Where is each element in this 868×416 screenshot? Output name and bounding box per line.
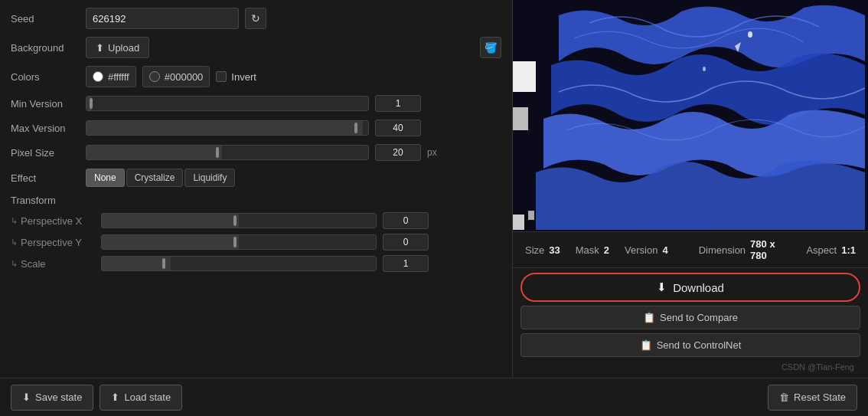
perspective-y-value: 0 bbox=[383, 234, 429, 251]
aspect-info: Aspect 1:1 bbox=[806, 244, 856, 256]
seed-row: Seed ↻ bbox=[11, 8, 501, 29]
svg-rect-5 bbox=[513, 215, 524, 230]
pixel-size-unit: px bbox=[427, 147, 437, 158]
action-bar: ⬇ Download 📋 Send to Compare 📋 Send to C… bbox=[513, 267, 868, 378]
send-controlnet-button[interactable]: 📋 Send to ControlNet bbox=[520, 333, 860, 357]
send-compare-icon: 📋 bbox=[643, 312, 655, 323]
left-panel: Seed ↻ Background ⬆ Upload 🪣 Colors #fff… bbox=[0, 0, 513, 378]
qr-preview-svg bbox=[513, 0, 868, 230]
send-controlnet-label: Send to ControlNet bbox=[657, 339, 742, 351]
invert-checkbox[interactable] bbox=[216, 71, 227, 82]
colors-row: Colors #ffffff #000000 Invert bbox=[11, 66, 501, 87]
watermark: CSDN @Tian-Feng bbox=[520, 361, 860, 373]
perspective-y-slider[interactable] bbox=[101, 234, 377, 250]
scale-sublabel: ↳ Scale bbox=[11, 258, 95, 270]
effect-liquidify-button[interactable]: Liquidify bbox=[184, 169, 235, 187]
version-label: Version bbox=[625, 244, 658, 256]
paint-button[interactable]: 🪣 bbox=[480, 37, 501, 58]
transform-section: Transform ↳ Perspective X 0 ↳ Perspectiv… bbox=[11, 195, 501, 272]
reset-state-button[interactable]: 🗑 Reset State bbox=[768, 385, 857, 411]
background-row: Background ⬆ Upload 🪣 bbox=[11, 37, 501, 58]
seed-label: Seed bbox=[11, 13, 80, 25]
perspective-x-sublabel: ↳ Perspective X bbox=[11, 215, 95, 227]
seed-input[interactable] bbox=[86, 8, 239, 29]
svg-point-4 bbox=[703, 67, 706, 71]
save-state-label: Save state bbox=[35, 391, 82, 403]
send-compare-button[interactable]: 📋 Send to Compare bbox=[520, 306, 860, 329]
load-icon: ⬆ bbox=[111, 391, 119, 403]
arrow-icon: ↳ bbox=[11, 216, 18, 226]
mask-info: Mask 2 bbox=[576, 244, 609, 256]
max-version-label: Max Version bbox=[11, 123, 80, 134]
min-version-label: Min Version bbox=[11, 98, 80, 110]
download-button[interactable]: ⬇ Download bbox=[520, 273, 860, 302]
download-label: Download bbox=[673, 281, 724, 294]
dimension-info: Dimension 780 x 780 bbox=[699, 238, 791, 261]
scale-slider[interactable] bbox=[101, 256, 377, 271]
transform-label: Transform bbox=[11, 195, 501, 206]
reset-icon: 🗑 bbox=[779, 391, 789, 403]
max-version-slider[interactable] bbox=[86, 120, 369, 136]
dimension-label: Dimension bbox=[699, 244, 746, 256]
mask-label: Mask bbox=[576, 244, 599, 256]
mask-value: 2 bbox=[604, 244, 609, 256]
aspect-value: 1:1 bbox=[841, 244, 856, 256]
min-version-slider[interactable] bbox=[86, 96, 369, 111]
invert-text: Invert bbox=[231, 71, 256, 83]
perspective-x-slider[interactable] bbox=[101, 213, 377, 228]
background-label: Background bbox=[11, 42, 80, 54]
min-version-value: 1 bbox=[375, 95, 421, 112]
size-value: 33 bbox=[549, 244, 560, 256]
color1-swatch[interactable]: #ffffff bbox=[86, 66, 136, 87]
image-area bbox=[513, 0, 868, 231]
max-version-value: 40 bbox=[375, 120, 421, 136]
svg-point-3 bbox=[748, 31, 752, 38]
upload-button[interactable]: ⬆ Upload bbox=[86, 37, 149, 58]
svg-rect-2 bbox=[513, 107, 528, 130]
bottom-bar: ⬇ Save state ⬆ Load state 🗑 Reset State bbox=[0, 378, 868, 416]
svg-rect-6 bbox=[528, 211, 534, 220]
perspective-x-label: Perspective X bbox=[21, 215, 82, 227]
canvas-preview bbox=[513, 0, 868, 231]
min-version-row: Min Version 1 bbox=[11, 95, 501, 112]
perspective-y-row: ↳ Perspective Y 0 bbox=[11, 234, 501, 251]
download-icon: ⬇ bbox=[657, 280, 667, 294]
perspective-x-value: 0 bbox=[383, 212, 429, 229]
dimension-value: 780 x 780 bbox=[750, 238, 791, 261]
info-bar: Size 33 Mask 2 Version 4 Dimension 780 x… bbox=[513, 231, 868, 267]
upload-label: Upload bbox=[108, 42, 139, 54]
colors-label: Colors bbox=[11, 71, 80, 83]
save-state-button[interactable]: ⬇ Save state bbox=[11, 385, 93, 411]
aspect-label: Aspect bbox=[806, 244, 837, 256]
effect-buttons: None Crystalize Liquidify bbox=[86, 169, 235, 187]
effect-crystalize-button[interactable]: Crystalize bbox=[126, 169, 184, 187]
effect-label: Effect bbox=[11, 172, 80, 184]
reset-state-label: Reset State bbox=[794, 391, 846, 403]
pixel-size-slider[interactable] bbox=[86, 145, 369, 160]
load-state-button[interactable]: ⬆ Load state bbox=[100, 385, 182, 411]
perspective-x-row: ↳ Perspective X 0 bbox=[11, 212, 501, 229]
color2-hex: #000000 bbox=[165, 71, 204, 83]
color2-circle bbox=[149, 71, 160, 82]
scale-label: Scale bbox=[21, 258, 46, 270]
arrow-icon-scale: ↳ bbox=[11, 259, 18, 269]
effect-row: Effect None Crystalize Liquidify bbox=[11, 169, 501, 187]
right-panel: Size 33 Mask 2 Version 4 Dimension 780 x… bbox=[513, 0, 868, 378]
color1-hex: #ffffff bbox=[108, 71, 129, 83]
effect-none-button[interactable]: None bbox=[86, 169, 125, 187]
pixel-size-value: 20 bbox=[375, 144, 421, 161]
upload-icon: ⬆ bbox=[96, 42, 104, 54]
size-label: Size bbox=[525, 244, 544, 256]
refresh-seed-button[interactable]: ↻ bbox=[245, 8, 266, 29]
color1-circle bbox=[93, 71, 103, 82]
version-info: Version 4 bbox=[625, 244, 668, 256]
send-controlnet-icon: 📋 bbox=[640, 339, 652, 351]
color-swatches: #ffffff #000000 Invert bbox=[86, 66, 256, 87]
color2-swatch[interactable]: #000000 bbox=[142, 66, 210, 87]
perspective-y-label: Perspective Y bbox=[21, 237, 82, 248]
send-compare-label: Send to Compare bbox=[660, 312, 738, 323]
load-state-label: Load state bbox=[124, 391, 171, 403]
invert-label[interactable]: Invert bbox=[216, 71, 256, 83]
svg-rect-1 bbox=[513, 61, 536, 92]
pixel-size-row: Pixel Size 20 px bbox=[11, 144, 501, 161]
